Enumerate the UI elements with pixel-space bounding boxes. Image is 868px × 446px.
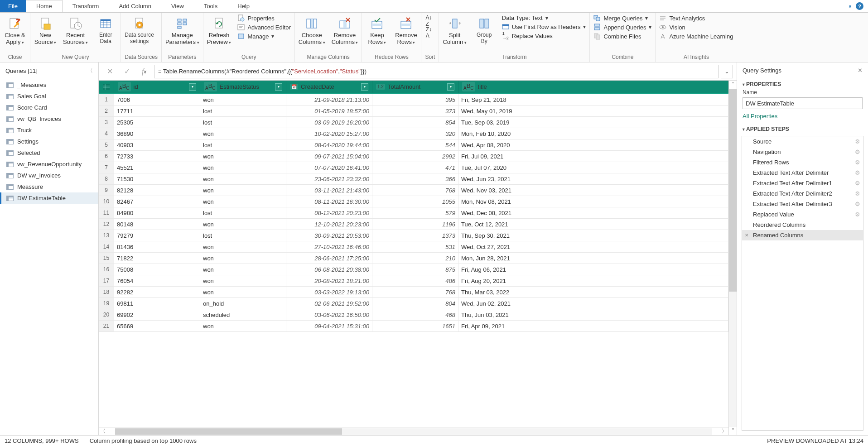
cell-id[interactable]: 7006: [114, 94, 200, 105]
cell-id[interactable]: 69902: [114, 309, 200, 320]
cell-id[interactable]: 80148: [114, 219, 200, 230]
cell-date[interactable]: 10-02-2020 15:27:00: [286, 128, 372, 139]
cell-date[interactable]: 03-03-2022 19:13:00: [286, 287, 372, 297]
column-header-id[interactable]: ABCid▾: [114, 81, 200, 93]
cell-amount[interactable]: 1651: [372, 321, 458, 331]
table-row[interactable]: 217711lost01-05-2019 18:57:00373Wed, May…: [99, 106, 728, 117]
cell-amount[interactable]: 210: [372, 253, 458, 264]
cell-amount[interactable]: 366: [372, 173, 458, 184]
cell-status[interactable]: lost: [200, 207, 286, 218]
cell-amount[interactable]: 768: [372, 287, 458, 297]
cell-amount[interactable]: 1196: [372, 219, 458, 230]
cell-status[interactable]: won: [200, 264, 286, 275]
applied-step[interactable]: Extracted Text After Delimiter1⚙: [742, 178, 863, 188]
query-item[interactable]: Score Card: [0, 102, 98, 113]
query-item[interactable]: vw_QB_Invoices: [0, 113, 98, 125]
cell-title[interactable]: Thu, Sep 30, 2021: [458, 230, 728, 241]
cell-title[interactable]: Thu, Jun 03, 2021: [458, 309, 728, 320]
datasource-settings-button[interactable]: Data source settings: [125, 14, 154, 45]
cell-amount[interactable]: 1373: [372, 230, 458, 241]
cell-date[interactable]: 03-09-2019 16:20:00: [286, 117, 372, 128]
table-row[interactable]: 1675008won06-08-2021 20:38:00875Fri, Aug…: [99, 264, 728, 275]
close-settings-icon[interactable]: ✕: [858, 67, 863, 74]
cell-amount[interactable]: 544: [372, 139, 458, 150]
menu-tab-help[interactable]: Help: [227, 0, 260, 12]
menu-tab-add-column[interactable]: Add Column: [109, 0, 161, 12]
cell-date[interactable]: 08-12-2021 20:23:00: [286, 207, 372, 218]
scroll-down-icon[interactable]: ˅: [729, 427, 737, 435]
remove-columns-button[interactable]: Remove Columns: [332, 14, 358, 46]
gear-icon[interactable]: ⚙: [855, 159, 860, 166]
cell-status[interactable]: won: [200, 173, 286, 184]
query-item[interactable]: Meassure: [0, 181, 98, 192]
cell-amount[interactable]: 320: [372, 128, 458, 139]
cell-status[interactable]: won: [200, 321, 286, 331]
recent-sources-button[interactable]: Recent Sources: [63, 14, 88, 46]
cell-id[interactable]: 76054: [114, 275, 200, 286]
cell-title[interactable]: Fri, Apr 09, 2021: [458, 321, 728, 331]
cell-status[interactable]: won: [200, 219, 286, 230]
query-item[interactable]: DW EstimateTable: [0, 192, 98, 204]
cell-title[interactable]: Tue, Jul 07, 2020: [458, 162, 728, 173]
cell-status[interactable]: won: [200, 241, 286, 252]
collapse-queries-icon[interactable]: 〈: [87, 67, 93, 75]
applied-step[interactable]: Navigation⚙: [742, 147, 863, 157]
cell-title[interactable]: Mon, Feb 10, 2020: [458, 128, 728, 139]
cell-amount[interactable]: 373: [372, 106, 458, 116]
sort-desc-button[interactable]: Z↓A: [425, 29, 432, 36]
filter-dropdown-icon[interactable]: ▾: [189, 83, 196, 91]
cell-date[interactable]: 21-09-2018 21:13:00: [286, 94, 372, 105]
table-row[interactable]: 1280148won12-10-2021 20:23:001196Tue, Oc…: [99, 219, 728, 230]
cell-date[interactable]: 30-09-2021 20:53:00: [286, 230, 372, 241]
horizontal-scrollbar[interactable]: 〈 〉: [99, 427, 728, 435]
gear-icon[interactable]: ⚙: [855, 149, 860, 155]
table-row[interactable]: 1082467won08-11-2021 16:30:001055Mon, No…: [99, 196, 728, 207]
new-source-button[interactable]: New Source: [34, 14, 57, 46]
commit-formula-button[interactable]: ✓: [120, 65, 134, 78]
cell-title[interactable]: Wed, Nov 03, 2021: [458, 185, 728, 196]
cell-id[interactable]: 69811: [114, 298, 200, 309]
query-item[interactable]: Settings: [0, 136, 98, 147]
table-row[interactable]: 871530won23-06-2021 23:32:00366Wed, Jun …: [99, 173, 728, 185]
cell-amount[interactable]: 471: [372, 162, 458, 173]
cell-title[interactable]: Wed, Oct 27, 2021: [458, 241, 728, 252]
cell-status[interactable]: lost: [200, 106, 286, 116]
table-row[interactable]: 436890won10-02-2020 15:27:00320Mon, Feb …: [99, 128, 728, 139]
vertical-scrollbar[interactable]: ˄ ˅: [728, 81, 737, 435]
table-row[interactable]: 1184980lost08-12-2021 20:23:00579Wed, De…: [99, 207, 728, 219]
fx-icon[interactable]: fx: [137, 65, 151, 78]
cell-date[interactable]: 08-04-2020 19:44:00: [286, 139, 372, 150]
gear-icon[interactable]: ⚙: [855, 201, 860, 207]
remove-rows-button[interactable]: Remove Rows: [395, 14, 417, 46]
formula-input[interactable]: = Table.RenameColumns(#"Reordered Column…: [154, 65, 719, 78]
cell-status[interactable]: won: [200, 94, 286, 105]
cell-status[interactable]: won: [200, 253, 286, 264]
cell-id[interactable]: 82128: [114, 185, 200, 196]
query-name-input[interactable]: [743, 97, 863, 109]
append-queries-button[interactable]: Append Queries ▾: [593, 24, 651, 31]
cell-id[interactable]: 84980: [114, 207, 200, 218]
grid-corner[interactable]: [99, 81, 114, 93]
menu-tab-tools[interactable]: Tools: [194, 0, 227, 12]
cell-date[interactable]: 27-10-2021 16:46:00: [286, 241, 372, 252]
cell-title[interactable]: Wed, May 01, 2019: [458, 106, 728, 116]
applied-step[interactable]: Extracted Text After Delimiter⚙: [742, 168, 863, 178]
table-row[interactable]: 1571822won28-06-2021 17:25:00210Mon, Jun…: [99, 253, 728, 264]
cell-status[interactable]: scheduled: [200, 309, 286, 320]
cell-amount[interactable]: 395: [372, 94, 458, 105]
menu-tab-home[interactable]: Home: [26, 0, 63, 12]
cell-status[interactable]: won: [200, 151, 286, 162]
vision-button[interactable]: Vision: [659, 24, 733, 31]
cell-status[interactable]: lost: [200, 139, 286, 150]
cell-id[interactable]: 81436: [114, 241, 200, 252]
filter-dropdown-icon[interactable]: ▾: [447, 83, 454, 91]
cell-date[interactable]: 20-08-2021 18:21:00: [286, 275, 372, 286]
properties-header[interactable]: PROPERTIES: [737, 78, 868, 89]
refresh-preview-button[interactable]: Refresh Preview: [207, 14, 231, 46]
cell-status[interactable]: won: [200, 128, 286, 139]
cell-amount[interactable]: 768: [372, 185, 458, 196]
first-row-headers-button[interactable]: Use First Row as Headers ▾: [502, 23, 586, 30]
cell-date[interactable]: 23-06-2021 23:32:00: [286, 173, 372, 184]
cell-title[interactable]: Wed, Jun 23, 2021: [458, 173, 728, 184]
table-row[interactable]: 1481436won27-10-2021 16:46:00531Wed, Oct…: [99, 241, 728, 253]
